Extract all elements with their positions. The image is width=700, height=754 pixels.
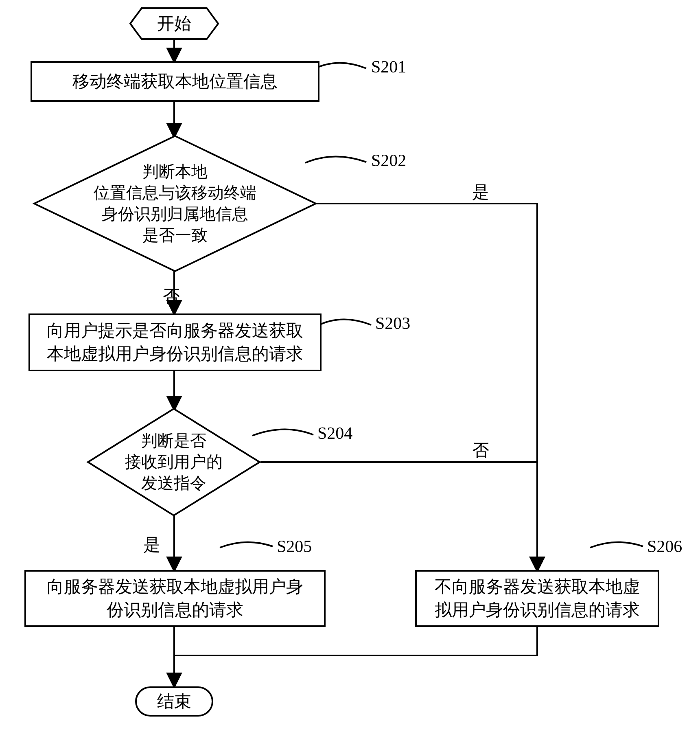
decision-s202: 判断本地 位置信息与该移动终端 身份识别归属地信息 是否一致	[33, 134, 317, 273]
tag-s205: S205	[277, 537, 312, 556]
tag-s203: S203	[375, 313, 410, 333]
step-s205: 向服务器发送获取本地虚拟用户身 份识别信息的请求	[24, 570, 326, 627]
edge-s204-no: 否	[472, 439, 489, 462]
flow-edges	[0, 0, 700, 754]
tag-s202: S202	[371, 151, 406, 170]
step-s203: 向用户提示是否向服务器发送获取 本地虚拟用户身份识别信息的请求	[28, 313, 322, 371]
step-s206: 不向服务器发送获取本地虚 拟用户身份识别信息的请求	[415, 570, 659, 627]
tag-s201: S201	[371, 57, 406, 77]
decision-s204-text: 判断是否 接收到用户的 发送指令	[86, 407, 261, 517]
decision-s202-text: 判断本地 位置信息与该移动终端 身份识别归属地信息 是否一致	[33, 134, 317, 273]
step-s206-line2: 拟用户身份识别信息的请求	[435, 598, 640, 622]
flowchart-canvas: 开始 移动终端获取本地位置信息 S201 判断本地 位置信息与该移动终端 身份识…	[0, 0, 700, 754]
step-s205-line2: 份识别信息的请求	[107, 598, 243, 622]
step-s201: 移动终端获取本地位置信息	[31, 61, 319, 102]
step-s201-text: 移动终端获取本地位置信息	[72, 70, 278, 93]
tag-s206: S206	[647, 537, 682, 556]
step-s205-line1: 向服务器发送获取本地虚拟用户身	[47, 575, 303, 598]
end-label: 结束	[157, 690, 191, 713]
step-s203-line2: 本地虚拟用户身份识别信息的请求	[47, 342, 303, 366]
end-node: 结束	[135, 686, 213, 717]
edge-s202-no: 否	[163, 285, 180, 308]
decision-s204: 判断是否 接收到用户的 发送指令	[86, 407, 261, 517]
tag-s204: S204	[317, 423, 352, 443]
edge-s202-yes: 是	[472, 181, 489, 204]
step-s203-line1: 向用户提示是否向服务器发送获取	[47, 319, 303, 342]
step-s206-line1: 不向服务器发送获取本地虚	[435, 575, 640, 598]
start-node: 开始	[129, 7, 219, 40]
edge-s204-yes: 是	[143, 533, 160, 556]
start-label: 开始	[129, 7, 219, 40]
